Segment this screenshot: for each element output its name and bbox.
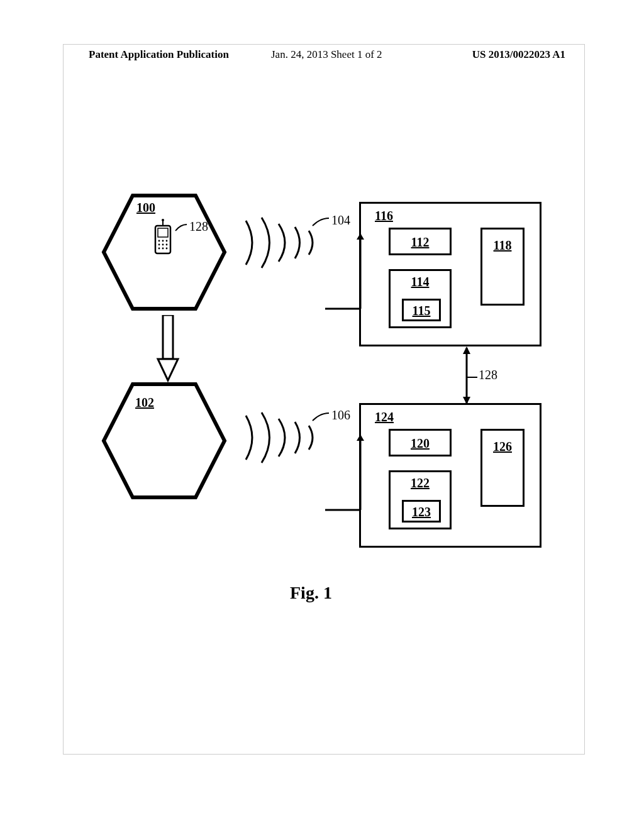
svg-point-13: [166, 248, 168, 250]
link-ref: 128: [479, 368, 497, 382]
svg-marker-24: [463, 346, 470, 354]
page: Patent Application Publication Jan. 24, …: [63, 44, 585, 755]
svg-point-8: [158, 244, 160, 246]
figure-caption: Fig. 1: [290, 583, 332, 603]
svg-marker-25: [463, 397, 470, 404]
svg-point-6: [162, 240, 164, 242]
antenna-lead-bottom: [321, 434, 372, 516]
figure-1: 100 128: [101, 189, 554, 592]
leader-line: [466, 374, 491, 380]
svg-rect-2: [158, 228, 168, 237]
svg-point-7: [166, 240, 168, 242]
header-mid: Jan. 24, 2013 Sheet 1 of 2: [271, 48, 382, 61]
header-left: Patent Application Publication: [89, 48, 229, 61]
svg-marker-15: [158, 359, 178, 380]
svg-point-9: [162, 244, 164, 246]
basestation-top: 116 112 114 115 118: [359, 202, 541, 346]
block-120: 120: [389, 429, 452, 456]
svg-marker-22: [357, 434, 364, 441]
antenna-lead-top: [321, 233, 372, 315]
hex-top-label: 100: [136, 201, 155, 215]
node-bottom-outer-label: 124: [375, 410, 394, 424]
basestation-bottom: 124 120 122 123 126: [359, 403, 541, 548]
hex-bottom-label: 102: [135, 396, 154, 410]
handover-arrow: [155, 315, 180, 387]
svg-point-11: [158, 248, 160, 250]
waves-bottom-label: 106: [331, 408, 350, 423]
block-118: 118: [480, 228, 525, 306]
svg-rect-14: [163, 315, 173, 359]
header-right: US 2013/0022023 A1: [472, 48, 565, 61]
svg-marker-16: [104, 384, 225, 497]
node-top-outer-label: 116: [375, 209, 393, 223]
block-126: 126: [480, 429, 525, 507]
block-112: 112: [389, 228, 452, 255]
mobile-phone-icon: [150, 217, 175, 255]
waves-top-label: 104: [331, 213, 350, 228]
phone-label-text: 128: [189, 219, 208, 234]
svg-point-12: [162, 248, 164, 250]
svg-point-4: [162, 219, 164, 221]
block-115: 115: [402, 299, 441, 321]
block-123: 123: [402, 500, 441, 523]
svg-point-5: [158, 240, 160, 242]
hex-cell-bottom: [101, 378, 227, 504]
block-114: 114 115: [389, 269, 452, 328]
svg-point-10: [166, 244, 168, 246]
svg-marker-19: [357, 233, 364, 240]
page-header: Patent Application Publication Jan. 24, …: [64, 48, 584, 67]
block-122: 122 123: [389, 470, 452, 529]
